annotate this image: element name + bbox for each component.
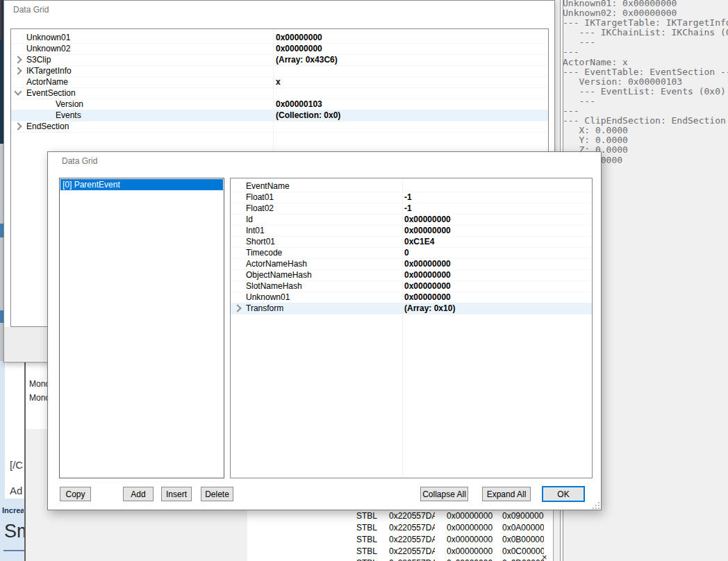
card-text-line2: Ad	[10, 485, 22, 496]
row-label: S3Clip	[26, 55, 51, 65]
grid-row-iktargetinfo[interactable]: IKTargetInfo	[11, 65, 548, 77]
row-label: EndSection	[26, 122, 69, 131]
resource-row[interactable]: STBL 0x220557DA 0x00000000 0x09000000	[247, 511, 553, 523]
row-value: (Array: 0x10)	[404, 303, 455, 313]
mono-option-label: Monoc	[29, 393, 47, 403]
row-label: Int01	[246, 226, 265, 235]
grid-row-unknown02[interactable]: Unknown02 0x00000000	[11, 43, 548, 55]
grid-row-slotnamehash[interactable]: SlotNameHash 0x00000000	[231, 280, 592, 292]
row-value: 0xC1E4	[404, 237, 434, 246]
grid-row-endsection[interactable]: EndSection	[11, 121, 548, 133]
resource-row[interactable]: STBL 0x220557DA 0x00000000 0x0D000000	[247, 558, 553, 561]
row-label: ActorName	[26, 77, 68, 87]
row-value: 0x00000000	[276, 44, 322, 53]
grid-row-transform[interactable]: Transform (Array: 0x10)	[231, 303, 592, 315]
grid-row-id[interactable]: Id 0x00000000	[231, 214, 592, 226]
grid-row-timecode[interactable]: Timecode 0	[231, 247, 592, 259]
row-value: (Array: 0x43C6)	[276, 55, 338, 65]
resource-instance: 0x0D000000	[502, 558, 544, 561]
row-label: Short01	[246, 237, 275, 246]
delete-button[interactable]: Delete	[201, 487, 233, 501]
row-label: Version	[56, 99, 83, 109]
expand-all-button[interactable]: Expand All	[482, 487, 531, 501]
insert-button[interactable]: Insert	[161, 487, 192, 501]
delete-mark-icon: ×	[542, 552, 547, 561]
grid-row-eventsection[interactable]: EventSection	[11, 87, 548, 99]
row-value: -1	[404, 203, 412, 213]
row-value: 0x00000000	[404, 281, 451, 291]
grid-row-eventname[interactable]: EventName	[231, 181, 592, 192]
row-label: Float02	[246, 203, 274, 213]
dialog-title: Data Grid	[62, 156, 97, 166]
resource-tag: STBL	[356, 511, 384, 521]
resource-list: STBL 0x220557DA 0x00000000 0x09000000 ST…	[247, 510, 554, 561]
grid-row-unknown01[interactable]: Unknown01 0x00000000	[11, 32, 548, 44]
row-label: Unknown02	[26, 44, 70, 53]
resize-grip[interactable]	[593, 508, 594, 509]
row-label: ObjectNameHash	[246, 270, 312, 280]
resource-instance: 0x0B000000	[502, 535, 544, 544]
chevron-right-icon[interactable]	[14, 122, 22, 130]
grid-row-int01[interactable]: Int01 0x00000000	[231, 225, 592, 237]
ok-button[interactable]: OK	[542, 486, 585, 502]
event-listbox[interactable]: [0] ParentEvent	[59, 178, 224, 478]
resource-instance: 0x09000000	[502, 511, 544, 521]
row-label: EventName	[246, 181, 290, 191]
resource-row[interactable]: STBL 0x220557DA 0x00000000 0x0B000000	[247, 535, 553, 546]
grid-row-version[interactable]: Version 0x00000103	[11, 99, 548, 110]
data-grid-dialog: Data Grid [0] ParentEvent EventName Floa…	[47, 151, 602, 510]
row-value: 0x00000000	[276, 33, 322, 42]
resource-hash: 0x00000000	[447, 546, 493, 556]
add-button[interactable]: Add	[123, 487, 154, 501]
resource-tag: STBL	[356, 558, 384, 561]
event-property-grid: EventName Float01 -1 Float02 -1 Id 0x000…	[230, 178, 593, 478]
resource-instance: 0x0C000000	[502, 546, 544, 556]
chevron-right-icon[interactable]	[14, 56, 22, 63]
resource-group: 0x220557DA	[389, 523, 435, 533]
resource-group: 0x220557DA	[389, 511, 435, 521]
resource-group: 0x220557DA	[389, 535, 435, 544]
row-label: Events	[56, 110, 81, 120]
grid-row-actornamehash[interactable]: ActorNameHash 0x00000000	[231, 258, 592, 270]
resource-instance: 0x0A000000	[502, 523, 544, 533]
row-label: EventSection	[26, 88, 76, 98]
grid-row-short01[interactable]: Short01 0xC1E4	[231, 236, 592, 248]
chevron-down-icon[interactable]	[14, 87, 22, 95]
background-heading: Sm	[4, 521, 25, 542]
chevron-right-icon[interactable]	[14, 67, 22, 74]
row-label: Transform	[246, 303, 283, 313]
grid-row-s3clip[interactable]: S3Clip (Array: 0x43C6)	[11, 54, 548, 66]
grid-row-unknown01[interactable]: Unknown01 0x00000000	[231, 292, 592, 303]
row-label: ActorNameHash	[246, 259, 307, 269]
collapse-all-button[interactable]: Collapse All	[420, 487, 468, 501]
resource-row[interactable]: STBL 0x220557DA 0x00000000 0x0C000000	[247, 546, 553, 558]
window-title: Data Grid	[13, 5, 49, 15]
resource-row[interactable]: STBL 0x220557DA 0x00000000 0x0A000000	[247, 523, 553, 535]
row-value: 0x00000000	[404, 270, 451, 280]
resource-hash: 0x00000000	[447, 523, 493, 533]
resource-hash: 0x00000000	[447, 558, 493, 561]
grid-row-actorname[interactable]: ActorName x	[11, 76, 548, 88]
row-label: IKTargetInfo	[26, 66, 72, 76]
row-label: Timecode	[246, 248, 282, 258]
increase-link[interactable]: Increa	[2, 506, 24, 514]
grid-row-objectnamehash[interactable]: ObjectNameHash 0x00000000	[231, 269, 592, 281]
background-card: [/C Ad	[5, 361, 25, 499]
resource-group: 0x220557DA	[389, 558, 435, 561]
row-label: Unknown01	[246, 292, 290, 302]
listbox-item-selected[interactable]: [0] ParentEvent	[60, 179, 223, 190]
copy-button[interactable]: Copy	[60, 487, 91, 501]
row-label: Unknown01	[26, 33, 70, 42]
resource-group: 0x220557DA	[389, 546, 435, 556]
row-value: 0x00000000	[404, 259, 451, 269]
grid-row-float01[interactable]: Float01 -1	[231, 192, 592, 203]
row-label: Id	[246, 215, 253, 224]
grid-row-events[interactable]: Events (Collection: 0x0)	[11, 110, 548, 122]
row-value: 0x00000000	[404, 226, 451, 235]
row-value: 0x00000000	[404, 292, 451, 302]
resource-hash: 0x00000000	[447, 535, 493, 544]
mono-option-label: Monoc	[29, 379, 47, 389]
chevron-right-icon[interactable]	[233, 304, 241, 312]
resource-hash: 0x00000000	[447, 511, 493, 521]
grid-row-float02[interactable]: Float02 -1	[231, 203, 592, 215]
